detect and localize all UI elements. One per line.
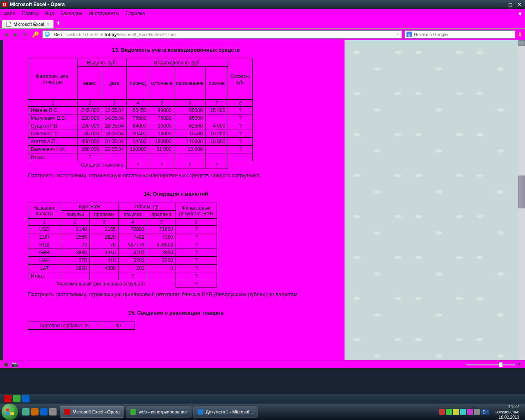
windows-taskbar: Microsoft Excel - Opera web - конструиро… (0, 404, 525, 420)
url-prefix: svisloch.school2.at. (65, 32, 104, 37)
download-button[interactable]: ⬇ (518, 31, 523, 38)
tray-icon-1[interactable] (439, 409, 445, 415)
status-icon-camera[interactable]: 📷 (11, 361, 18, 368)
table-14: Название валюты Курс BYRОбъем, ед. Финан… (28, 203, 217, 288)
sidebar-decoration (345, 40, 525, 368)
menu-edit[interactable]: Правка (22, 11, 39, 16)
section-14-title: 14. Операции с валютой (16, 191, 336, 197)
section-15-title: 15. Сведения о реализации товаров (16, 310, 336, 316)
scroll-up-button[interactable] (518, 40, 525, 46)
status-icon-page[interactable]: ▣ (3, 361, 8, 368)
globe-icon: 🌐 (44, 32, 50, 37)
navigation-bar: ◄ ► ↻ 🔑 🌐 Веб svisloch.school2.at.tut.by… (0, 29, 525, 40)
forward-button[interactable]: ► (12, 31, 20, 38)
section-14-note: Построить гистограмму, отражающую финанс… (28, 291, 336, 297)
opera-icon: O (2, 2, 7, 7)
tray-icon-4[interactable] (460, 409, 466, 415)
section-13-note: Построить гистограмму, отражающую остатк… (28, 172, 336, 178)
web-task-icon (130, 409, 136, 415)
close-button[interactable]: ✕ (515, 1, 523, 8)
table-15-markup: Торговая надбавка, %: 30 (28, 322, 135, 330)
google-icon: g (406, 32, 412, 37)
bookmark-star-icon[interactable]: ★ (396, 32, 400, 37)
ql-explorer-icon[interactable] (49, 408, 57, 415)
taskbar-web[interactable]: web - конструирование (126, 406, 192, 418)
zoom-knob[interactable] (499, 362, 503, 367)
content-area: 13. Ведомость учета командировочных сред… (0, 40, 525, 368)
tab-close-icon[interactable]: × (47, 22, 49, 27)
back-button[interactable]: ◄ (2, 31, 10, 38)
taskbar-word[interactable]: Документ1 - Microsof... (193, 406, 258, 418)
tray-icon-3[interactable] (453, 409, 459, 415)
ql-app-icon[interactable] (22, 395, 30, 402)
maximize-button[interactable]: ▢ (506, 1, 514, 8)
window-titlebar: O Microsoft Excel - Opera — ▢ ✕ (0, 0, 525, 9)
word-task-icon (198, 409, 203, 415)
ql-opera-icon[interactable] (4, 395, 11, 402)
page-content: 13. Ведомость учета командировочных сред… (0, 40, 345, 368)
search-box[interactable]: g (404, 30, 515, 39)
opera-task-icon (64, 409, 70, 415)
tray-icon-5[interactable] (467, 409, 473, 415)
menu-help[interactable]: Справка (126, 11, 145, 16)
system-clock[interactable]: 14:27 воскресенье 10.02.2013 (492, 404, 523, 420)
menu-file[interactable]: Файл (3, 11, 16, 16)
url-path: /Microsoft_Excel/index22.htm (117, 32, 176, 37)
new-tab-button[interactable]: + (56, 19, 61, 28)
scrollbar-thumb[interactable] (518, 176, 525, 208)
menu-bookmarks[interactable]: Закладки (61, 11, 82, 16)
page-icon (6, 22, 11, 27)
menu-overflow-icon[interactable]: ▾ (518, 10, 522, 18)
system-tray: En 14:27 воскресенье 10.02.2013 (437, 404, 525, 420)
ql-utorrent-icon[interactable] (13, 395, 21, 402)
section-13-title: 13. Ведомость учета командировочных сред… (16, 47, 336, 53)
windows-logo-icon (6, 409, 14, 415)
web-label: Веб (52, 32, 65, 37)
browser-status-bar: ▣ 📷 ⊞ (0, 360, 525, 368)
start-button[interactable] (2, 404, 18, 420)
markup-value: 30 (102, 322, 135, 330)
reload-button[interactable]: ↻ (22, 31, 29, 38)
address-bar[interactable]: 🌐 Веб svisloch.school2.at.tut.by/Microso… (42, 30, 402, 39)
ql-icon-2[interactable] (31, 408, 39, 415)
menu-tools[interactable]: Инструменты (89, 11, 119, 16)
window-title: Microsoft Excel - Opera (10, 2, 497, 7)
ql-icon-1[interactable] (22, 408, 30, 415)
tab-strip: Microsoft Excel × + (0, 18, 525, 29)
tray-icon-2[interactable] (446, 409, 452, 415)
quick-launch-bar (0, 394, 525, 404)
menu-view[interactable]: Вид (45, 11, 54, 16)
url-domain: tut.by (105, 32, 117, 37)
scrollbar-track[interactable] (518, 40, 525, 368)
language-indicator[interactable]: En (481, 409, 489, 415)
tab-label: Microsoft Excel (14, 22, 44, 27)
table-13: Фамилия, имя, отчество Выдано, руб. Изра… (28, 59, 253, 169)
browser-tab[interactable]: Microsoft Excel × (2, 20, 54, 28)
markup-label: Торговая надбавка, %: (28, 322, 102, 330)
zoom-fit-icon[interactable]: ⊞ (518, 362, 522, 368)
wand-button[interactable]: 🔑 (31, 31, 40, 38)
search-input[interactable] (414, 32, 513, 37)
minimize-button[interactable]: — (497, 1, 505, 8)
tray-volume-icon[interactable] (474, 409, 480, 415)
zoom-slider[interactable] (466, 364, 515, 365)
menu-bar: Файл Правка Вид Закладки Инструменты Спр… (0, 9, 525, 18)
taskbar-opera[interactable]: Microsoft Excel - Opera (60, 406, 124, 418)
ql-ie-icon[interactable] (40, 408, 48, 415)
